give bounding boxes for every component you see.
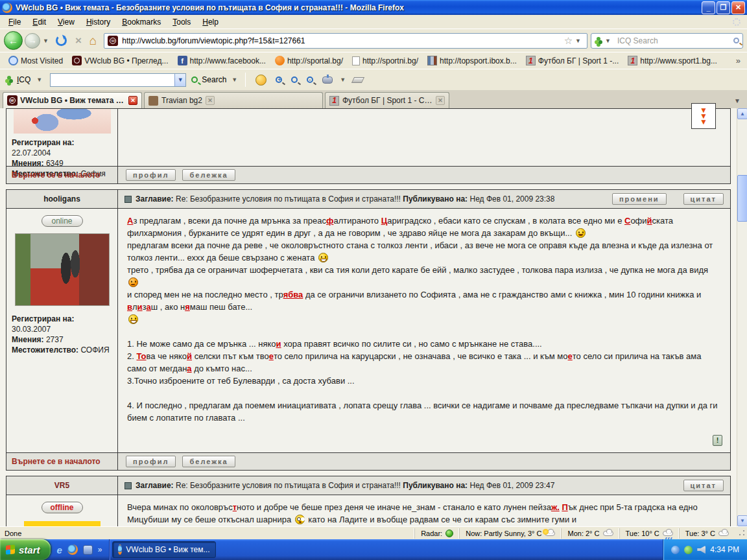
icq-search-combobox[interactable]: ▼ xyxy=(50,73,186,87)
bookmark-sport1[interactable]: 1http://www.sport1.bg... xyxy=(623,56,722,65)
scroll-down-icon[interactable]: ▼ xyxy=(737,515,747,526)
tab-vwclub[interactable]: W VWclub BG • Виж темата - Безоб... ✕ xyxy=(3,92,142,108)
post-paragraph: и според мен не на последно место , тряб… xyxy=(127,288,720,313)
search-magnifier-icon[interactable] xyxy=(733,38,739,43)
url-text[interactable]: http://vwclub.bg/forum/viewtopic.php?f=1… xyxy=(122,36,563,45)
tab-futbol-bg[interactable]: 1 Футбол БГ | Sport 1 - Спортният сайт..… xyxy=(325,92,449,108)
icq-dropdown-icon[interactable]: ▼ xyxy=(34,76,45,83)
bookmark-star-icon[interactable]: ☆ xyxy=(564,35,573,47)
cloud-icon xyxy=(603,531,613,536)
post-date: Нед Фев 01, 2009 23:47 xyxy=(469,481,554,490)
highlighted-letter: т xyxy=(233,502,237,512)
quote-button[interactable]: цитат xyxy=(683,193,724,205)
tab-travian[interactable]: Travian bg2 ✕ xyxy=(144,92,323,108)
highlighted-letter: и xyxy=(276,339,281,349)
bookmark-futbol-bg[interactable]: 1Футбол БГ | Sport 1 -... xyxy=(521,56,623,65)
icq-menu[interactable]: ICQ xyxy=(17,75,30,84)
weather-tue-segment[interactable]: Tue: 10° C xyxy=(619,528,679,539)
games-tool-icon[interactable] xyxy=(322,76,333,84)
tab-close-icon[interactable]: ✕ xyxy=(206,96,215,105)
weather-now-segment[interactable]: Now: Partly Sunny, 3° C xyxy=(459,528,561,539)
scrollbar-thumb[interactable] xyxy=(737,175,747,222)
quick-launch-overflow-chevron[interactable]: » xyxy=(98,545,102,554)
start-button[interactable]: start xyxy=(0,539,51,560)
firefox-icon[interactable] xyxy=(67,544,78,555)
throbber-icon xyxy=(733,18,741,26)
bookmark-most-visited[interactable]: Most Visited xyxy=(4,56,67,65)
profile-button[interactable]: профил xyxy=(126,169,176,181)
search-box[interactable]: ▼ xyxy=(591,33,743,49)
tray-volume-icon[interactable] xyxy=(697,546,706,554)
menu-help[interactable]: Help xyxy=(196,16,224,28)
restore-button[interactable]: ❐ xyxy=(717,1,730,14)
menu-view[interactable]: View xyxy=(52,16,80,28)
location-bar[interactable]: W http://vwclub.bg/forum/viewtopic.php?f… xyxy=(104,33,587,49)
menu-bar: File Edit View History Bookmarks Tools H… xyxy=(0,15,747,29)
back-to-top-link[interactable]: Върнете се в началото xyxy=(6,453,117,470)
bookmarks-overflow-chevron[interactable]: » xyxy=(736,56,743,65)
note-button[interactable]: бележка xyxy=(182,456,235,467)
scroll-up-icon[interactable]: ▲ xyxy=(737,108,747,119)
icq-search-dropdown-icon[interactable]: ▼ xyxy=(229,76,240,83)
menu-bookmarks[interactable]: Bookmarks xyxy=(116,16,167,28)
bookmark-sportni[interactable]: http://sportni.bg/ xyxy=(348,56,423,65)
author-name[interactable]: hooligans xyxy=(6,190,118,208)
post-paragraph xyxy=(127,387,720,399)
internet-explorer-icon[interactable]: e xyxy=(57,544,62,555)
weather-tue2-segment[interactable]: Tue: 3° C xyxy=(679,528,735,539)
bookmark-facebook[interactable]: fhttp://www.facebook... xyxy=(173,56,270,65)
bookmark-topsport[interactable]: http://topsport.ibox.b... xyxy=(423,56,521,65)
clear-history-icon[interactable] xyxy=(351,77,364,83)
quick-launch-app-icon[interactable] xyxy=(83,545,93,555)
close-button[interactable]: ✕ xyxy=(731,1,745,14)
zoom-out-icon[interactable]: - xyxy=(307,76,313,83)
tray-icq-icon[interactable] xyxy=(684,546,693,554)
zoom-reset-icon[interactable] xyxy=(291,76,298,83)
stop-button[interactable]: × xyxy=(75,34,82,47)
weather-mon-segment[interactable]: Mon: 2° C xyxy=(561,528,619,539)
tab-close-icon[interactable]: ✕ xyxy=(128,96,137,105)
edit-button[interactable]: промени xyxy=(612,193,667,205)
menu-tools[interactable]: Tools xyxy=(167,16,196,28)
highlighted-letter: ж. xyxy=(551,502,560,512)
search-input[interactable] xyxy=(617,36,733,45)
forward-button[interactable]: → xyxy=(25,33,40,49)
jump-to-bottom-button[interactable]: ▼ ▼ ▼ xyxy=(691,103,716,129)
back-to-top-link[interactable]: Върнете се в началото xyxy=(6,167,117,183)
home-button[interactable]: ⌂ xyxy=(89,34,97,48)
bookmark-sportal[interactable]: http://sportal.bg/ xyxy=(270,56,348,65)
zoom-in-icon[interactable]: + xyxy=(276,76,282,83)
post-paragraph: 1. Не може само да се мрънка ... някои х… xyxy=(127,338,720,350)
combobox-dropdown-icon[interactable]: ▼ xyxy=(174,74,185,86)
urlbar-dropdown-icon[interactable]: ▼ xyxy=(573,38,584,44)
reload-button[interactable] xyxy=(56,35,67,46)
tab-close-icon[interactable]: ✕ xyxy=(436,96,445,105)
down-arrow-icon: ▼ xyxy=(700,119,707,125)
search-engine-dropdown-icon[interactable]: ▼ xyxy=(602,38,613,44)
emoticon-tool-icon[interactable] xyxy=(255,75,267,86)
menu-history[interactable]: History xyxy=(80,16,116,28)
report-post-button[interactable]: ! xyxy=(713,435,722,446)
menu-edit[interactable]: Edit xyxy=(27,16,52,28)
resize-grip[interactable] xyxy=(737,529,746,537)
tab-list-dropdown-icon[interactable]: ▼ xyxy=(734,97,744,108)
highlighted-letter: А xyxy=(127,216,133,226)
back-button[interactable]: ← xyxy=(4,31,23,50)
vertical-scrollbar[interactable]: ▲ ▼ xyxy=(737,108,747,526)
avatar xyxy=(14,109,111,134)
note-button[interactable]: бележка xyxy=(182,169,235,181)
task-button-firefox[interactable]: VWclub BG • Виж тем... xyxy=(112,541,216,558)
radar-segment[interactable]: Radar: xyxy=(414,528,459,539)
profile-button[interactable]: профил xyxy=(126,456,176,467)
tray-network-icon[interactable] xyxy=(671,546,680,554)
author-name[interactable]: VR5 xyxy=(6,476,118,495)
icq-search-button[interactable]: Search xyxy=(202,75,226,84)
quote-button[interactable]: цитат xyxy=(683,480,724,491)
history-dropdown-icon[interactable]: ▼ xyxy=(40,38,51,44)
bookmark-vwclub[interactable]: VWclub BG • Преглед... xyxy=(67,56,172,65)
navigation-toolbar: ← → ▼ × ⌂ W http://vwclub.bg/forum/viewt… xyxy=(0,29,747,52)
minimize-button[interactable]: _ xyxy=(702,1,715,14)
menu-file[interactable]: File xyxy=(3,16,27,28)
icq-search-icon[interactable] xyxy=(191,76,198,83)
games-dropdown-icon[interactable]: ▼ xyxy=(337,76,348,83)
